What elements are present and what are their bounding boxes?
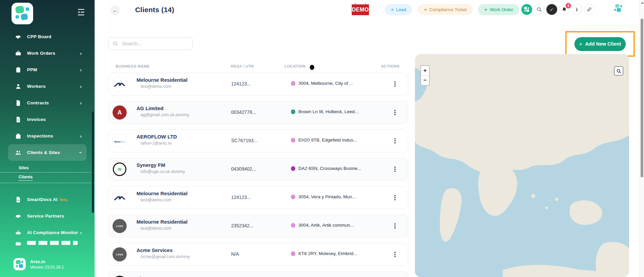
map-search-button[interactable] bbox=[614, 66, 623, 76]
robot-icon bbox=[15, 229, 22, 236]
row-actions-button[interactable] bbox=[391, 137, 399, 145]
sidebar-item-label: Clients & Sites bbox=[27, 150, 80, 155]
client-avatar: Aeroflow bbox=[113, 134, 127, 148]
plus-icon: + bbox=[484, 7, 487, 12]
table-row[interactable]: TTitan FM12287738...WA3 2UT, Birchwood..… bbox=[108, 271, 408, 277]
scrollbar-up-arrow-icon[interactable] bbox=[641, 2, 644, 4]
pill-label: Lead bbox=[396, 7, 406, 12]
back-button[interactable]: ← bbox=[110, 5, 120, 15]
client-logo: LOGO bbox=[113, 247, 127, 261]
smartdocs-icon: AI bbox=[15, 196, 22, 203]
sidebar-item-ai-compliance-monitor[interactable]: AI Compliance Monitor› bbox=[8, 224, 86, 241]
client-avatar: A bbox=[113, 105, 127, 120]
client-reg: N/A bbox=[231, 251, 239, 257]
map-zoom-in-button[interactable]: + bbox=[421, 66, 429, 76]
search-input[interactable] bbox=[121, 41, 188, 47]
search-icon bbox=[113, 41, 118, 46]
contract-icon bbox=[15, 100, 22, 106]
client-location: 3054, Vera y Pintado, Mun... bbox=[298, 194, 356, 199]
chevron-right-icon: › bbox=[80, 100, 82, 105]
row-actions-button[interactable] bbox=[391, 222, 399, 230]
client-avatar: T bbox=[113, 276, 127, 277]
building-icon bbox=[15, 133, 22, 140]
row-actions-button[interactable] bbox=[391, 194, 399, 202]
sidebar-item-label: Workers bbox=[27, 84, 80, 89]
sidebar-subitem-clients[interactable]: Clients bbox=[0, 172, 95, 183]
sidebar-item-workers[interactable]: Workers› bbox=[8, 78, 86, 95]
sidebar-item-label: Service Partners bbox=[27, 213, 86, 219]
client-reg: 124123... bbox=[231, 195, 251, 200]
demo-badge: DEMO bbox=[352, 4, 369, 15]
add-work-order-button[interactable]: +Work Order bbox=[478, 4, 519, 15]
client-email: test@demo.com bbox=[137, 198, 188, 202]
sidebar-item-clipped[interactable] bbox=[8, 241, 86, 246]
client-reg: 124123... bbox=[231, 81, 251, 86]
sidebar-item-work-orders[interactable]: Work Orders› bbox=[8, 45, 86, 61]
table-row[interactable]: AeroflowAEROFLOW LTDtalha+2@arez.ioSC767… bbox=[108, 129, 408, 152]
clients-map[interactable]: + − bbox=[415, 54, 629, 277]
info-button[interactable]: i bbox=[571, 4, 582, 15]
map-zoom-out-button[interactable]: − bbox=[421, 76, 429, 85]
table-row[interactable]: Melourne Residentialtest@demo.com124123.… bbox=[108, 73, 408, 96]
search-button[interactable] bbox=[534, 4, 545, 15]
client-name: Melourne Residential bbox=[137, 219, 188, 225]
row-actions-button[interactable] bbox=[391, 250, 399, 258]
location-dot bbox=[291, 251, 295, 256]
chevron-right-icon: › bbox=[80, 133, 82, 138]
row-actions-button[interactable] bbox=[391, 80, 399, 88]
plus-icon: + bbox=[579, 41, 583, 47]
app-logo-button[interactable] bbox=[521, 4, 532, 15]
client-logo: W bbox=[113, 162, 126, 176]
map-tiles bbox=[415, 54, 629, 277]
client-email: test@demo.com bbox=[137, 84, 188, 89]
sidebar-subitem-sites[interactable]: Sites bbox=[0, 163, 95, 172]
app-logo bbox=[11, 3, 33, 24]
sidebar-item-contracts[interactable]: Contracts› bbox=[8, 95, 86, 111]
row-actions-button[interactable] bbox=[391, 165, 399, 173]
client-reg: 2352342... bbox=[231, 223, 253, 228]
sidebar-item-invoices[interactable]: Invoices bbox=[8, 111, 86, 128]
client-name: Titan FM bbox=[137, 276, 157, 277]
sidebar-item-cpp-board[interactable]: CPP Board bbox=[8, 28, 86, 45]
back-arrow-icon: ← bbox=[113, 7, 118, 13]
sidebar-item-smartdocs-ai[interactable]: AISmartDocs AIBeta bbox=[8, 191, 86, 208]
table-row[interactable]: LOGOAcme ServicesAcme@gmail.com.dummyN/A… bbox=[108, 243, 408, 266]
sidebar-item-inspections[interactable]: Inspections› bbox=[8, 128, 86, 144]
row-actions-button[interactable] bbox=[391, 108, 399, 117]
chevron-right-icon: › bbox=[80, 230, 82, 235]
col-business-name: BUSINESS NAME bbox=[116, 64, 150, 68]
sidebar-item-service-partners[interactable]: Service Partners bbox=[8, 208, 86, 224]
sidebar-item-clients-sites[interactable]: Clients & Sites› bbox=[8, 144, 86, 161]
add-new-client-button[interactable]: + Add New Client bbox=[574, 37, 626, 51]
notifications-button[interactable]: 4 bbox=[559, 4, 570, 15]
client-name: Acme Services bbox=[137, 247, 190, 253]
tasks-done-button[interactable]: ✓ bbox=[546, 4, 557, 15]
table-row[interactable]: WSynergy FMinfo@uge.co.uk.dummy04309402.… bbox=[108, 158, 408, 181]
table-row[interactable]: Melourne Residentialtest@demo.com124123.… bbox=[108, 186, 408, 209]
client-logo-house-icon bbox=[114, 192, 126, 204]
sidebar-item-ppm[interactable]: PPM› bbox=[8, 61, 86, 78]
table-row[interactable]: LOGOMelourne Residentialtest@demo.com235… bbox=[108, 215, 408, 237]
location-dot bbox=[291, 166, 295, 171]
client-email: info@uge.co.uk.dummy bbox=[137, 169, 185, 174]
chevron-right-icon: › bbox=[80, 51, 82, 56]
add-client-highlight-box: + Add New Client bbox=[565, 31, 635, 57]
page-scrollbar-thumb[interactable] bbox=[641, 19, 643, 177]
sidebar-item-label: Contracts bbox=[27, 100, 80, 105]
col-reg-utr: REG# / UTR bbox=[231, 64, 254, 68]
pill-label: Work Order bbox=[490, 7, 513, 12]
share-link-button[interactable] bbox=[584, 4, 595, 15]
sidebar-item-label: Work Orders bbox=[27, 51, 80, 56]
collapse-sidebar-icon[interactable] bbox=[76, 7, 86, 17]
clipped-label bbox=[27, 241, 78, 245]
briefcase-icon bbox=[15, 50, 22, 57]
tasks-done-button-glyph: ✓ bbox=[550, 7, 554, 12]
location-dot bbox=[291, 81, 295, 86]
link-icon bbox=[587, 7, 592, 12]
sidebar-scrollbar[interactable] bbox=[92, 111, 94, 213]
add-compliance-ticket-button[interactable]: +Compliance Ticket bbox=[418, 4, 473, 15]
pill-label: Compliance Ticket bbox=[429, 7, 467, 12]
table-row[interactable]: AAG Limitedag@gmail.com.uk.dummy00342778… bbox=[108, 101, 408, 124]
add-lead-button[interactable]: +Lead bbox=[385, 4, 412, 15]
page-title: Clients (14) bbox=[135, 6, 174, 14]
